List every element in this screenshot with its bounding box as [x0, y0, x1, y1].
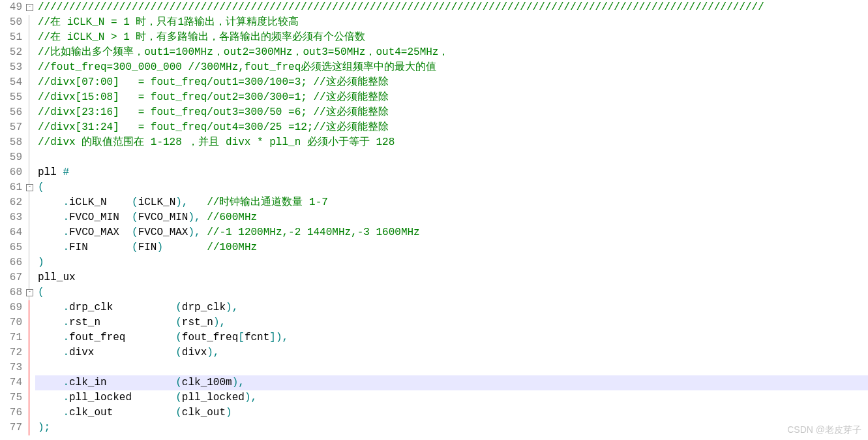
line-number: 57: [0, 120, 22, 135]
code-line[interactable]: .rst_n (rst_n),: [35, 315, 868, 330]
code-line[interactable]: .divx (divx),: [35, 345, 868, 360]
code-token: ),: [175, 196, 188, 208]
fold-cell: [25, 315, 35, 330]
line-number: 66: [0, 255, 22, 270]
line-number: 71: [0, 330, 22, 345]
code-token: .: [63, 407, 69, 418]
line-number: 51: [0, 30, 22, 45]
code-line[interactable]: .fout_freq (fout_freq[fcnt]),: [35, 330, 868, 345]
code-token: [163, 242, 207, 253]
code-line[interactable]: (: [35, 180, 868, 195]
fold-cell: [25, 270, 35, 285]
code-token: //-1 1200MHz,-2 1440MHz,-3 1600MHz: [207, 227, 419, 238]
code-token: [38, 317, 63, 328]
code-token: #: [63, 166, 69, 178]
code-line[interactable]: //fout_freq=300_000_000 //300MHz,fout_fr…: [35, 60, 868, 75]
code-token: drp_clk: [69, 302, 175, 313]
code-line[interactable]: //divx[31:24] = fout_freq/out4=300/25 =1…: [35, 120, 868, 135]
code-token: .: [63, 317, 69, 328]
code-token: fout_freq: [182, 332, 238, 343]
line-number: 56: [0, 105, 22, 120]
code-token: //在 iCLK_N = 1 时，只有1路输出，计算精度比较高: [38, 16, 299, 28]
code-token: (: [175, 317, 182, 328]
code-line[interactable]: pll #: [35, 165, 868, 180]
line-number: 52: [0, 45, 22, 60]
code-token: .: [63, 302, 69, 313]
line-number: 61: [0, 180, 22, 195]
line-number: 58: [0, 135, 22, 150]
code-line[interactable]: );: [35, 420, 868, 435]
code-token: ),: [207, 347, 219, 358]
fold-cell: [25, 75, 35, 90]
fold-cell: [25, 30, 35, 45]
line-number: 69: [0, 300, 22, 315]
code-token: //在 iCLK_N > 1 时，有多路输出，各路输出的频率必须有个公倍数: [38, 31, 365, 43]
code-line[interactable]: .iCLK_N (iCLK_N), //时钟输出通道数量 1-7: [35, 195, 868, 210]
line-number: 54: [0, 75, 22, 90]
fold-cell: [25, 165, 35, 180]
code-line[interactable]: //比如输出多个频率，out1=100MHz，out2=300MHz，out3=…: [35, 45, 868, 60]
code-line[interactable]: .FVCO_MIN (FVCO_MIN), //600MHz: [35, 210, 868, 225]
fold-column[interactable]: ---: [25, 0, 35, 440]
code-line[interactable]: pll_ux: [35, 270, 868, 285]
code-line[interactable]: (: [35, 285, 868, 300]
code-token: drp_clk: [182, 302, 226, 313]
code-token: FVCO_MIN: [69, 212, 132, 223]
code-line[interactable]: .FIN (FIN) //100MHz: [35, 240, 868, 255]
line-number: 64: [0, 225, 22, 240]
code-line[interactable]: ): [35, 255, 868, 270]
code-line[interactable]: //divx 的取值范围在 1-128 ，并且 divx * pll_n 必须小…: [35, 135, 868, 150]
code-line[interactable]: .FVCO_MAX (FVCO_MAX), //-1 1200MHz,-2 14…: [35, 225, 868, 240]
code-token: (: [132, 242, 138, 253]
code-line[interactable]: //divx[15:08] = fout_freq/out2=300/300=1…: [35, 90, 868, 105]
code-token: [38, 302, 63, 313]
fold-cell: [25, 120, 35, 135]
code-token: [38, 407, 63, 418]
code-token: ),: [213, 317, 226, 328]
code-token: [38, 196, 63, 208]
code-token: //比如输出多个频率，out1=100MHz，out2=300MHz，out3=…: [38, 46, 449, 58]
code-token: .: [63, 212, 69, 223]
line-number: 75: [0, 390, 22, 405]
code-token: [38, 347, 63, 358]
code-line[interactable]: .clk_out (clk_out): [35, 405, 868, 420]
code-line[interactable]: .clk_in (clk_100m),: [35, 375, 868, 390]
code-token: );: [38, 422, 50, 433]
fold-cell: [25, 195, 35, 210]
code-token: //时钟输出通道数量 1-7: [207, 196, 328, 208]
code-token: .: [63, 227, 69, 238]
code-line[interactable]: [35, 150, 868, 165]
line-number: 49: [0, 0, 22, 15]
fold-toggle-icon[interactable]: -: [26, 184, 33, 191]
code-token: (: [38, 287, 44, 298]
fold-toggle-icon[interactable]: -: [26, 289, 33, 296]
code-token: (: [132, 212, 138, 223]
code-token: FVCO_MAX: [138, 227, 188, 238]
fold-cell: [25, 375, 35, 390]
code-token: FVCO_MIN: [138, 212, 188, 223]
code-token: (: [132, 196, 138, 208]
code-line[interactable]: //divx[07:00] = fout_freq/out1=300/100=3…: [35, 75, 868, 90]
code-line[interactable]: .pll_locked (pll_locked),: [35, 390, 868, 405]
fold-toggle-icon[interactable]: -: [26, 4, 33, 11]
code-line[interactable]: //在 iCLK_N = 1 时，只有1路输出，计算精度比较高: [35, 15, 868, 30]
code-token: (: [175, 407, 182, 418]
code-editor[interactable]: 4950515253545556575859606162636465666768…: [0, 0, 868, 440]
code-line[interactable]: [35, 360, 868, 375]
code-token: (: [175, 377, 182, 388]
code-token: [38, 242, 63, 253]
line-number: 74: [0, 375, 22, 390]
code-token: ),: [232, 377, 245, 388]
code-token: pll_locked: [69, 392, 175, 403]
code-token: rst_n: [69, 317, 175, 328]
code-line[interactable]: //在 iCLK_N > 1 时，有多路输出，各路输出的频率必须有个公倍数: [35, 30, 868, 45]
code-token: pll_ux: [38, 272, 76, 283]
code-line[interactable]: //divx[23:16] = fout_freq/out3=300/50 =6…: [35, 105, 868, 120]
fold-cell: [25, 135, 35, 150]
code-area[interactable]: ////////////////////////////////////////…: [35, 0, 868, 440]
code-token: ): [226, 407, 232, 418]
code-line[interactable]: ////////////////////////////////////////…: [35, 0, 868, 15]
code-token: ): [157, 242, 163, 253]
code-line[interactable]: .drp_clk (drp_clk),: [35, 300, 868, 315]
code-token: //600MHz: [207, 212, 257, 223]
